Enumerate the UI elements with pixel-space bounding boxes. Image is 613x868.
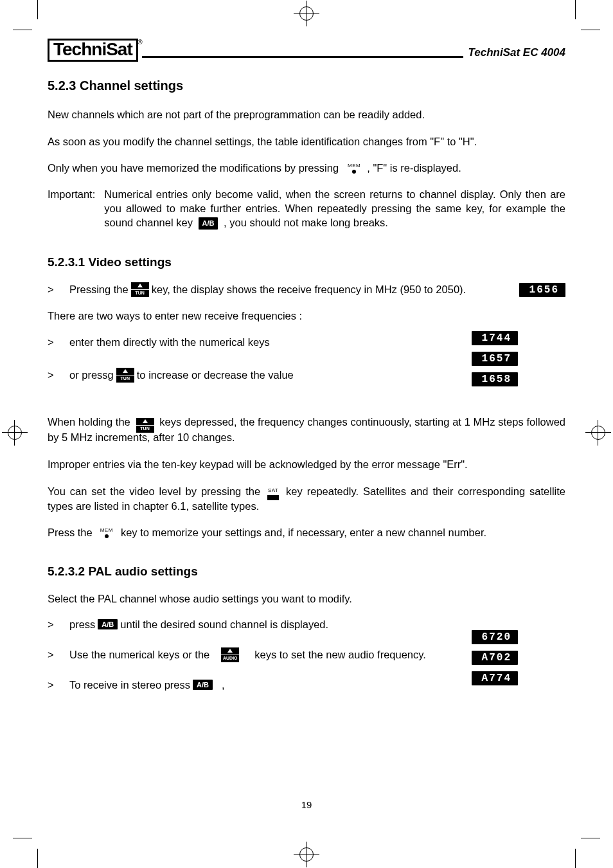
bullet-press-ab: > press A/B until the desired sound chan… (48, 619, 565, 631)
bullet-marker: > (48, 679, 58, 691)
important-note: Important: Numerical entries only become… (48, 187, 565, 230)
brand-logo: TechniSat ® (48, 39, 138, 62)
sat-key-icon: SAT (265, 487, 281, 501)
bullet-text: press (69, 619, 95, 631)
header-rule (142, 56, 463, 58)
registration-mark-bottom (299, 847, 314, 862)
para-select-pal: Select the PAL channel whose audio setti… (48, 592, 565, 606)
bullet-text: enter them directly with the numerical k… (69, 336, 270, 348)
lcd-display-a774: A774 (472, 671, 518, 685)
para-holding-keys: When holding the TUN keys depressed, the… (48, 415, 565, 444)
ab-key-icon: A/B (193, 680, 213, 690)
bullet-text: , (222, 679, 225, 691)
heading-5-2-3-2: 5.2.3.2 PAL audio settings (48, 565, 565, 579)
cropmark (575, 849, 576, 868)
ab-key-icon: A/B (199, 217, 218, 230)
brand-logo-text: TechniSat (53, 39, 132, 59)
cropmark (13, 838, 32, 838)
brand-logo-registered: ® (138, 39, 142, 46)
tun-updown-key-icon: TUN (131, 282, 149, 297)
mem-key-icon: MEM (345, 163, 363, 174)
registration-mark-right (591, 426, 605, 440)
mem-key-icon: MEM (98, 527, 116, 538)
heading-5-2-3-1: 5.2.3.1 Video settings (48, 255, 565, 269)
bullet-text: or pressg (69, 369, 114, 381)
cropmark (575, 0, 576, 19)
para-holding-a: When holding the (48, 416, 130, 428)
para-improper-err: Improper entries via the ten-key keypad … (48, 457, 565, 471)
cropmark (581, 838, 600, 838)
bullet-text: to increase or decrease the value (137, 369, 294, 381)
para-modify-settings: As soon as you modify the channel settin… (48, 134, 565, 149)
bullet-text: key, the display shows the receive frequ… (152, 284, 466, 296)
para-memorize: Only when you have memorized the modific… (48, 162, 565, 174)
bullet-text: keys to set the new audio frequency. (254, 649, 426, 661)
lcd-display-6720: 6720 (472, 630, 518, 644)
para-memorize-b: , "F" is re-displayed. (367, 162, 461, 174)
para-two-ways: There are two ways to enter new receive … (48, 309, 565, 323)
para-video-level: You can set the video level by pressing … (48, 484, 565, 513)
cropmark (13, 30, 32, 30)
lcd-display-a702: A702 (472, 651, 518, 665)
para-press-mem-b: key to memorize your settings and, if ne… (121, 527, 486, 539)
cropmark (37, 849, 38, 868)
page-header: TechniSat ® TechniSat EC 4004 (48, 39, 565, 62)
important-text-b: , you should not make long breaks. (224, 217, 388, 228)
bullet-marker: > (48, 619, 58, 631)
lcd-display-1656: 1656 (519, 283, 565, 297)
tun-updown-key-icon: TUN (136, 418, 154, 433)
model-label: TechniSat EC 4004 (463, 46, 566, 62)
heading-5-2-3: 5.2.3 Channel settings (48, 78, 565, 93)
bullet-marker: > (48, 369, 58, 381)
ab-key-icon: A/B (98, 619, 118, 629)
tun-updown-key-icon: TUN (116, 368, 134, 383)
bullet-marker: > (48, 649, 58, 661)
cropmark (37, 0, 38, 19)
para-memorize-a: Only when you have memorized the modific… (48, 162, 339, 174)
bullet-text: To receive in stereo press (69, 679, 190, 691)
para-press-mem-a: Press the (48, 527, 93, 539)
registration-mark-left (8, 426, 22, 440)
bullet-marker: > (48, 336, 58, 348)
registration-mark-top (299, 6, 314, 21)
audio-updown-key-icon: AUDIO (221, 647, 239, 662)
bullet-text: Pressing the (69, 284, 129, 296)
important-label: Important: (48, 187, 95, 230)
bullet-marker: > (48, 284, 58, 296)
para-video-level-a: You can set the video level by pressing … (48, 485, 260, 497)
lcd-display-1658: 1658 (472, 372, 518, 386)
bullet-pressing-tun: > Pressing the TUN key, the display show… (48, 282, 565, 297)
cropmark (581, 30, 600, 30)
lcd-display-1657: 1657 (472, 352, 518, 366)
bullet-text: until the desired sound channel is displ… (120, 619, 328, 631)
para-press-mem: Press the MEM key to memorize your setti… (48, 527, 565, 539)
para-new-channels: New channels which are not part of the p… (48, 107, 565, 122)
page-number: 19 (301, 799, 312, 810)
lcd-display-1744: 1744 (472, 331, 518, 345)
bullet-text: Use the numerical keys or the (69, 649, 209, 661)
